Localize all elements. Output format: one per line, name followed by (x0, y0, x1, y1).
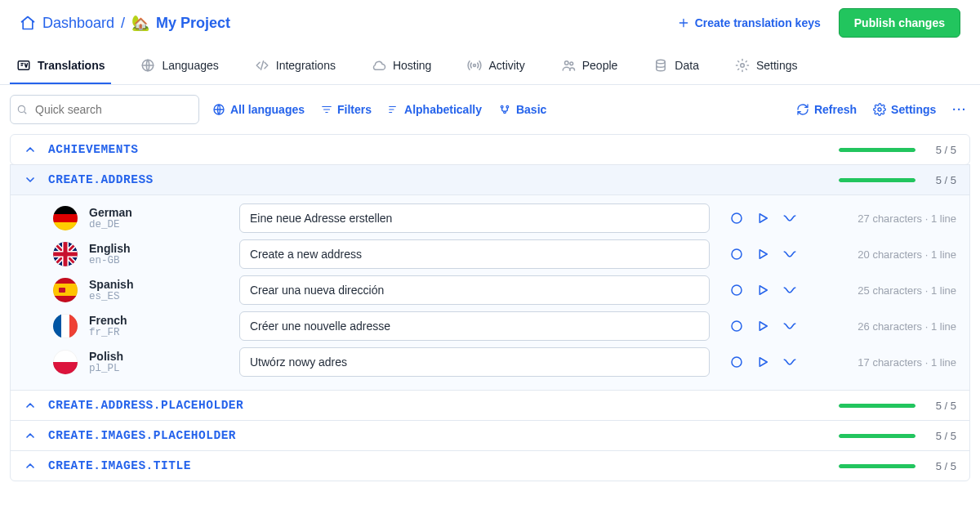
project-emoji: 🏡 (131, 14, 149, 32)
play-icon[interactable] (755, 247, 770, 262)
circle-icon[interactable] (729, 319, 744, 333)
swap-icon[interactable] (782, 355, 798, 369)
flag-icon (53, 314, 78, 338)
key-group: CREATE.IMAGES.PLACEHOLDER 5 / 5 (10, 420, 970, 451)
svg-point-18 (732, 321, 742, 331)
key-group-header[interactable]: CREATE.IMAGES.PLACEHOLDER 5 / 5 (11, 421, 969, 450)
language-label: French fr_FR (89, 314, 228, 339)
char-count: 17 characters · 1 line (809, 356, 956, 369)
tab-languages[interactable]: Languages (134, 48, 225, 84)
char-count: 20 characters · 1 line (809, 248, 956, 261)
key-group: CREATE.IMAGES.TITLE 5 / 5 (10, 450, 970, 481)
circle-icon[interactable] (729, 355, 744, 369)
circle-icon[interactable] (729, 247, 744, 262)
play-icon[interactable] (755, 211, 770, 226)
play-icon[interactable] (755, 355, 770, 369)
tab-settings[interactable]: Settings (728, 48, 804, 84)
tab-label: Hosting (393, 59, 431, 72)
char-count: 26 characters · 1 line (809, 320, 956, 333)
char-count: 25 characters · 1 line (809, 284, 956, 297)
more-menu-button[interactable]: ··· (949, 103, 970, 116)
view-dropdown[interactable]: Basic (495, 98, 550, 121)
translation-row: Spanish es_ES 25 characters · 1 line (53, 275, 956, 305)
code-icon (255, 58, 270, 73)
progress-text: 5 / 5 (924, 430, 956, 442)
language-label: Spanish es_ES (89, 278, 228, 303)
swap-icon[interactable] (782, 211, 798, 226)
refresh-icon (796, 103, 809, 116)
char-count: 27 characters · 1 line (809, 212, 956, 225)
tab-hosting[interactable]: Hosting (365, 48, 438, 84)
key-list: ACHIEVEMENTS 5 / 5 CREATE.ADDRESS 5 / 5 … (0, 134, 980, 532)
flag-icon (53, 242, 78, 266)
tab-people[interactable]: People (555, 48, 625, 84)
flag-icon (53, 206, 78, 230)
settings-button[interactable]: Settings (870, 98, 939, 121)
key-group-header[interactable]: CREATE.IMAGES.TITLE 5 / 5 (11, 451, 969, 481)
language-code: pl_PL (89, 363, 228, 374)
circle-icon[interactable] (729, 211, 744, 226)
translation-input[interactable] (239, 311, 710, 341)
translation-input[interactable] (239, 347, 710, 377)
tab-label: Languages (162, 59, 218, 72)
svg-point-13 (732, 213, 742, 223)
play-icon[interactable] (755, 319, 770, 333)
translation-input[interactable] (239, 203, 710, 233)
refresh-button[interactable]: Refresh (793, 98, 860, 121)
translation-input[interactable] (239, 239, 710, 269)
globe-icon (212, 103, 225, 116)
translation-rows: German de_DE 27 characters · 1 line Engl… (11, 194, 969, 390)
chevron-up-icon (24, 459, 37, 472)
language-code: fr_FR (89, 327, 228, 338)
tab-activity[interactable]: Activity (461, 48, 531, 84)
language-code: en-GB (89, 255, 228, 266)
swap-icon[interactable] (782, 283, 798, 297)
key-group: CREATE.ADDRESS.PLACEHOLDER 5 / 5 (10, 390, 970, 421)
tab-translations[interactable]: Translations (10, 48, 111, 84)
breadcrumb-dashboard-link[interactable]: Dashboard (42, 15, 114, 32)
project-name[interactable]: My Project (156, 15, 230, 32)
broadcast-icon (467, 58, 482, 73)
publish-changes-button[interactable]: Publish changes (839, 8, 960, 38)
svg-point-17 (732, 285, 742, 295)
tab-data[interactable]: Data (647, 48, 706, 84)
swap-icon[interactable] (782, 247, 798, 262)
breadcrumb-separator: / (121, 15, 125, 32)
key-group-header[interactable]: ACHIEVEMENTS 5 / 5 (11, 135, 969, 164)
key-group-header[interactable]: CREATE.ADDRESS.PLACEHOLDER 5 / 5 (11, 391, 969, 420)
language-label: English en-GB (89, 242, 228, 267)
translations-icon (16, 58, 31, 73)
chevron-up-icon (24, 143, 37, 156)
tab-integrations[interactable]: Integrations (248, 48, 342, 84)
people-icon (561, 58, 576, 73)
progress-text: 5 / 5 (924, 144, 956, 156)
flag-icon (53, 278, 78, 302)
languages-dropdown[interactable]: All languages (209, 98, 308, 121)
svg-point-12 (878, 108, 881, 111)
translation-row: English en-GB 20 characters · 1 line (53, 239, 956, 269)
svg-point-9 (501, 105, 503, 108)
progress-text: 5 / 5 (924, 400, 956, 412)
key-group-header[interactable]: CREATE.ADDRESS 5 / 5 (11, 165, 969, 194)
flag-icon (53, 350, 78, 374)
sort-dropdown[interactable]: Alphabetically (385, 98, 485, 121)
circle-icon[interactable] (729, 283, 744, 297)
search-wrapper (10, 95, 199, 124)
cloud-icon (372, 58, 386, 73)
play-icon[interactable] (755, 283, 770, 297)
breadcrumb: Dashboard / 🏡 My Project (20, 14, 230, 32)
database-icon (653, 58, 668, 73)
language-name: French (89, 314, 228, 328)
create-translation-keys-button[interactable]: Create translation keys (669, 10, 829, 36)
gear-icon (735, 58, 750, 73)
translation-input[interactable] (239, 275, 710, 305)
progress: 5 / 5 (839, 144, 956, 156)
header: Dashboard / 🏡 My Project Create translat… (0, 0, 980, 47)
key-group: CREATE.ADDRESS 5 / 5 German de_DE 27 cha… (10, 164, 970, 391)
search-input[interactable] (10, 95, 199, 124)
filters-dropdown[interactable]: Filters (318, 98, 375, 121)
key-name: ACHIEVEMENTS (48, 143, 138, 156)
svg-point-16 (732, 249, 742, 259)
progress: 5 / 5 (839, 174, 956, 186)
swap-icon[interactable] (782, 319, 798, 333)
